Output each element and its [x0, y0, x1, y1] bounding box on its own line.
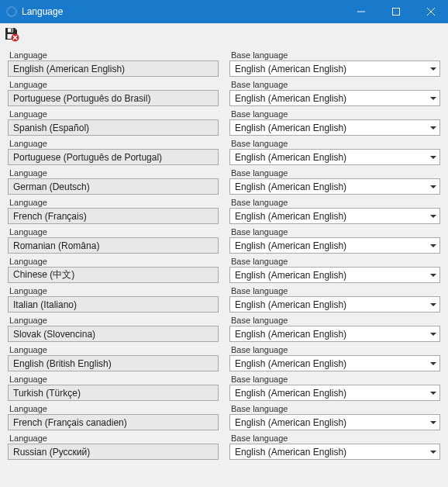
chevron-down-icon [430, 302, 436, 308]
base-language-select[interactable]: English (American English) [229, 149, 440, 165]
chevron-down-icon [430, 243, 436, 249]
language-row: LanguageBase languageEnglish (American E… [8, 433, 440, 460]
base-language-label: Base language [231, 168, 440, 178]
language-label: Language [9, 375, 219, 384]
language-label: Language [9, 345, 219, 354]
base-language-label: Base language [231, 257, 440, 266]
language-col: Language [8, 226, 219, 254]
base-language-value: English (American English) [235, 64, 346, 74]
base-language-label: Base language [231, 198, 440, 207]
language-input[interactable] [8, 296, 219, 313]
base-language-col: Base languageEnglish (American English) [229, 79, 440, 106]
titlebar: Language [0, 0, 448, 23]
language-input[interactable] [8, 326, 219, 342]
language-input[interactable] [8, 385, 219, 401]
maximize-button[interactable] [378, 0, 413, 23]
language-input[interactable] [8, 355, 219, 371]
language-row: LanguageBase languageEnglish (American E… [8, 79, 440, 106]
language-row: LanguageBase languageEnglish (American E… [8, 168, 440, 195]
language-row: LanguageBase languageEnglish (American E… [8, 403, 440, 430]
language-col: Language [8, 344, 219, 371]
save-cancel-button[interactable] [3, 26, 20, 43]
base-language-col: Base languageEnglish (American English) [229, 315, 440, 342]
chevron-down-icon [430, 449, 436, 455]
base-language-value: English (American English) [235, 388, 346, 399]
base-language-select[interactable]: English (American English) [229, 178, 440, 195]
base-language-label: Base language [231, 50, 440, 60]
chevron-down-icon [430, 331, 436, 337]
base-language-select[interactable]: English (American English) [229, 444, 440, 460]
base-language-label: Base language [231, 345, 440, 354]
language-row: LanguageBase languageEnglish (American E… [8, 285, 440, 313]
base-language-value: English (American English) [235, 93, 346, 104]
language-input[interactable] [8, 90, 219, 106]
base-language-label: Base language [231, 80, 440, 89]
base-language-select[interactable]: English (American English) [229, 90, 440, 106]
base-language-value: English (American English) [235, 299, 346, 310]
close-button[interactable] [413, 0, 448, 23]
minimize-button[interactable] [343, 0, 378, 23]
base-language-select[interactable]: English (American English) [229, 60, 440, 77]
base-language-label: Base language [231, 109, 440, 119]
chevron-down-icon [430, 420, 436, 426]
language-input[interactable] [8, 178, 219, 195]
language-row: LanguageBase languageEnglish (American E… [8, 256, 440, 283]
language-row: LanguageBase languageEnglish (American E… [8, 50, 440, 77]
base-language-col: Base languageEnglish (American English) [229, 433, 440, 460]
language-input[interactable] [8, 119, 219, 136]
toolbar [0, 23, 448, 45]
base-language-col: Base languageEnglish (American English) [229, 168, 440, 195]
base-language-select[interactable]: English (American English) [229, 119, 440, 136]
language-col: Language [8, 168, 219, 195]
base-language-label: Base language [231, 227, 440, 237]
language-col: Language [8, 285, 219, 313]
language-col: Language [8, 197, 219, 224]
base-language-select[interactable]: English (American English) [229, 296, 440, 313]
language-row: LanguageBase languageEnglish (American E… [8, 109, 440, 136]
language-row: LanguageBase languageEnglish (American E… [8, 315, 440, 342]
language-label: Language [9, 198, 219, 207]
content-area: LanguageBase languageEnglish (American E… [0, 45, 448, 487]
language-row: LanguageBase languageEnglish (American E… [8, 374, 440, 401]
language-row: LanguageBase languageEnglish (American E… [8, 226, 440, 254]
base-language-select[interactable]: English (American English) [229, 355, 440, 371]
language-col: Language [8, 315, 219, 342]
close-icon [427, 8, 435, 16]
base-language-label: Base language [231, 433, 440, 443]
save-cancel-icon [4, 26, 19, 42]
language-label: Language [9, 257, 219, 266]
language-input[interactable] [8, 267, 219, 283]
language-row: LanguageBase languageEnglish (American E… [8, 197, 440, 224]
language-label: Language [9, 168, 219, 178]
base-language-value: English (American English) [235, 240, 346, 251]
base-language-value: English (American English) [235, 270, 346, 281]
base-language-col: Base languageEnglish (American English) [229, 374, 440, 401]
language-input[interactable] [8, 60, 219, 77]
base-language-select[interactable]: English (American English) [229, 414, 440, 430]
base-language-value: English (American English) [235, 152, 346, 163]
language-label: Language [9, 404, 219, 413]
language-input[interactable] [8, 208, 219, 224]
base-language-select[interactable]: English (American English) [229, 385, 440, 401]
language-input[interactable] [8, 414, 219, 430]
base-language-label: Base language [231, 375, 440, 384]
chevron-down-icon [430, 184, 436, 190]
base-language-col: Base languageEnglish (American English) [229, 256, 440, 283]
base-language-select[interactable]: English (American English) [229, 267, 440, 283]
base-language-select[interactable]: English (American English) [229, 326, 440, 342]
language-label: Language [9, 286, 219, 295]
base-language-col: Base languageEnglish (American English) [229, 226, 440, 254]
base-language-select[interactable]: English (American English) [229, 208, 440, 224]
svg-rect-1 [392, 9, 399, 16]
language-label: Language [9, 139, 219, 148]
language-label: Language [9, 433, 219, 443]
language-input[interactable] [8, 237, 219, 254]
base-language-select[interactable]: English (American English) [229, 237, 440, 254]
chevron-down-icon [430, 213, 436, 219]
base-language-label: Base language [231, 139, 440, 148]
language-label: Language [9, 109, 219, 119]
language-input[interactable] [8, 444, 219, 460]
base-language-label: Base language [231, 404, 440, 413]
language-input[interactable] [8, 149, 219, 165]
language-col: Language [8, 403, 219, 430]
